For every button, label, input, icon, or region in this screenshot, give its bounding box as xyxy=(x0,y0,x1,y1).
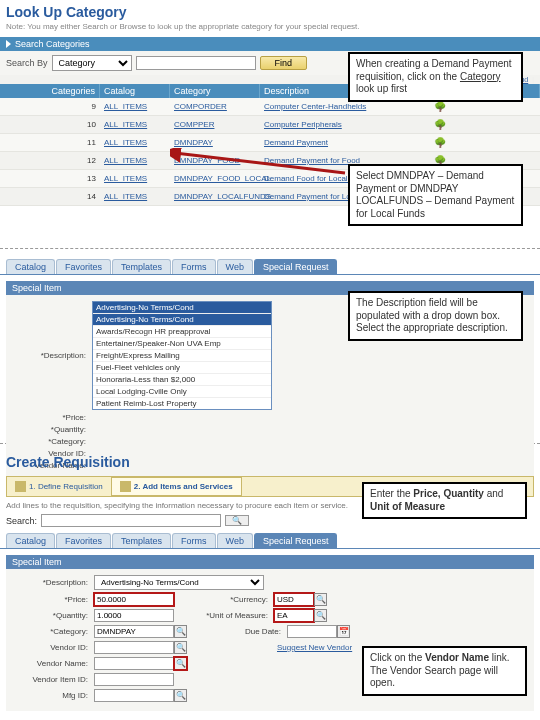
dropdown-option[interactable]: Entertainer/Speaker-Non UVA Emp xyxy=(93,337,271,349)
red-arrow-icon xyxy=(170,148,350,178)
due-label: Due Date: xyxy=(197,627,287,636)
search-categories-bar: Search Categories xyxy=(0,37,540,51)
vendorid-input[interactable] xyxy=(94,641,174,654)
search-by-label: Search By xyxy=(6,58,48,68)
step-1[interactable]: 1. Define Requisition xyxy=(7,477,111,496)
tab-forms[interactable]: Forms xyxy=(172,259,216,274)
mfg-lookup-icon[interactable]: 🔍 xyxy=(174,689,187,702)
cat-label2: *Category: xyxy=(12,627,94,636)
uom-input[interactable] xyxy=(274,609,314,622)
suggest-vendor-link[interactable]: Suggest New Vendor xyxy=(277,643,352,652)
category-label: Category: xyxy=(12,437,92,446)
dropdown-option[interactable]: Awards/Recogn HR preapproval xyxy=(93,325,271,337)
special-item-header-2: Special Item xyxy=(6,555,534,569)
catalog-link[interactable]: ALL_ITEMS xyxy=(104,174,147,183)
lookup-note: Note: You may either Search or Browse to… xyxy=(0,20,540,37)
price-label: Price: xyxy=(12,413,92,422)
vendorid-label2: Vendor ID: xyxy=(12,643,94,652)
dropdown-option[interactable]: Advertising-No Terms/Cond xyxy=(93,313,271,325)
vendorname-label2: Vendor Name: xyxy=(12,659,94,668)
callout-select-dmndpay: Select DMNDPAY – Demand Payment or DMNDP… xyxy=(348,164,523,226)
svg-line-0 xyxy=(175,153,345,173)
tree-icon[interactable]: 🌳 xyxy=(434,137,446,148)
catalog-link[interactable]: ALL_ITEMS xyxy=(104,192,147,201)
tab-catalog[interactable]: Catalog xyxy=(6,533,55,548)
uom-lookup-icon[interactable]: 🔍 xyxy=(314,609,327,622)
currency-input[interactable] xyxy=(274,593,314,606)
tree-icon[interactable]: 🌳 xyxy=(434,119,446,130)
vendorname-lookup-icon[interactable]: 🔍 xyxy=(174,657,187,670)
step-2[interactable]: 2. Add Items and Services xyxy=(111,477,242,496)
vendoritem-label: Vendor Item ID: xyxy=(12,675,94,684)
desc-select[interactable]: Advertising-No Terms/Cond xyxy=(94,575,264,590)
tab-web[interactable]: Web xyxy=(217,533,253,548)
callout-category-lookup: When creating a Demand Payment requisiti… xyxy=(348,52,523,102)
category-link[interactable]: DMNDPAY xyxy=(174,138,213,147)
dropdown-option[interactable]: Honoraria-Less than $2,000 xyxy=(93,373,271,385)
step2-icon xyxy=(120,481,131,492)
description-link[interactable]: Computer Center-Handhelds xyxy=(264,102,366,111)
create-req-title: Create Requisition xyxy=(0,450,540,474)
req-search-input[interactable] xyxy=(41,514,221,527)
categories-header: Categories xyxy=(0,84,100,98)
price-input[interactable] xyxy=(94,593,174,606)
due-input[interactable] xyxy=(287,625,337,638)
find-button[interactable]: Find xyxy=(260,56,308,70)
table-row: 10ALL_ITEMSCOMPPERComputer Peripherals🌳 xyxy=(0,116,540,134)
tab-forms[interactable]: Forms xyxy=(172,533,216,548)
catalog-link[interactable]: ALL_ITEMS xyxy=(104,156,147,165)
category-link[interactable]: COMPORDER xyxy=(174,102,227,111)
description-dropdown[interactable]: Advertising-No Terms/CondAdvertising-No … xyxy=(92,301,272,410)
search-by-select[interactable]: Category xyxy=(52,55,132,71)
vendorname-input[interactable] xyxy=(94,657,174,670)
search-label: Search: xyxy=(6,516,37,526)
dropdown-option[interactable]: Freight/Express Mailing xyxy=(93,349,271,361)
dropdown-option[interactable]: Patient Reimb-Lost Property xyxy=(93,397,271,409)
req-search-button[interactable]: 🔍 xyxy=(225,515,249,526)
description-link[interactable]: Demand Payment xyxy=(264,138,328,147)
description-link[interactable]: Computer Peripherals xyxy=(264,120,342,129)
tab-favorites[interactable]: Favorites xyxy=(56,259,111,274)
tab-templates[interactable]: Templates xyxy=(112,533,171,548)
price-label2: *Price: xyxy=(12,595,94,604)
catalog-link[interactable]: ALL_ITEMS xyxy=(104,138,147,147)
catalog-link[interactable]: ALL_ITEMS xyxy=(104,102,147,111)
catalog-link[interactable]: ALL_ITEMS xyxy=(104,120,147,129)
tabs-row: CatalogFavoritesTemplatesFormsWebSpecial… xyxy=(0,255,540,275)
tab-templates[interactable]: Templates xyxy=(112,259,171,274)
callout-vendor-name: Click on the Vendor Name link. The Vendo… xyxy=(362,646,527,696)
tab-special-request[interactable]: Special Request xyxy=(254,259,338,274)
cat-lookup-icon[interactable]: 🔍 xyxy=(174,625,187,638)
tree-icon[interactable]: 🌳 xyxy=(434,101,446,112)
category-link[interactable]: COMPPER xyxy=(174,120,214,129)
quantity-label: Quantity: xyxy=(12,425,92,434)
dropdown-option[interactable]: Local Lodging-Cville Only xyxy=(93,385,271,397)
cat-input[interactable] xyxy=(94,625,174,638)
tab-web[interactable]: Web xyxy=(217,259,253,274)
currency-label: *Currency: xyxy=(184,595,274,604)
qty-label2: *Quantity: xyxy=(12,611,94,620)
qty-input[interactable] xyxy=(94,609,174,622)
search-input[interactable] xyxy=(136,56,256,70)
collapse-arrow-icon[interactable] xyxy=(6,40,11,48)
tabs-row-2: CatalogFavoritesTemplatesFormsWebSpecial… xyxy=(0,529,540,549)
tab-catalog[interactable]: Catalog xyxy=(6,259,55,274)
description-label: Description: xyxy=(12,351,92,360)
uom-label: *Unit of Measure: xyxy=(184,611,274,620)
desc-label: *Description: xyxy=(12,578,94,587)
callout-price-qty-uom: Enter the Price, Quantity and Unit of Me… xyxy=(362,482,527,519)
callout-description-dropdown: The Description field will be populated … xyxy=(348,291,523,341)
currency-lookup-icon[interactable]: 🔍 xyxy=(314,593,327,606)
vendoritem-input[interactable] xyxy=(94,673,174,686)
tab-special-request[interactable]: Special Request xyxy=(254,533,338,548)
tab-favorites[interactable]: Favorites xyxy=(56,533,111,548)
dropdown-option[interactable]: Fuel-Fleet vehicles only xyxy=(93,361,271,373)
step1-icon xyxy=(15,481,26,492)
mfg-input[interactable] xyxy=(94,689,174,702)
calendar-icon[interactable]: 📅 xyxy=(337,625,350,638)
vendorid-lookup-icon[interactable]: 🔍 xyxy=(174,641,187,654)
mfg-label: Mfg ID: xyxy=(12,691,94,700)
lookup-title: Look Up Category xyxy=(0,0,540,20)
category-link[interactable]: DMNDPAY_LOCALFUNDS xyxy=(174,192,271,201)
